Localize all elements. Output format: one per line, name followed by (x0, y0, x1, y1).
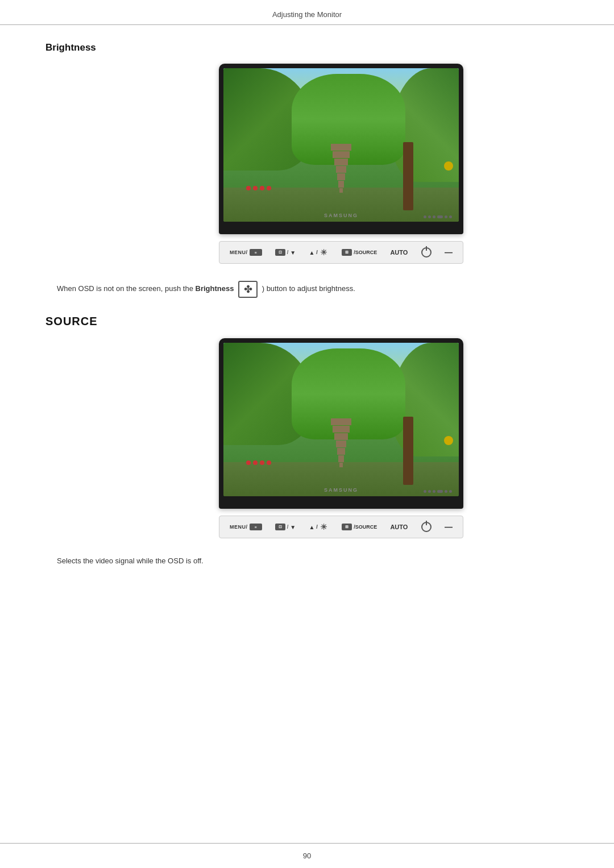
monitor-screen-brightness: SAMSUNG (223, 68, 459, 222)
source-icon: ⊞ (342, 249, 352, 256)
yellow-lantern-source (444, 436, 453, 445)
source-description-text: Selects the video signal while the OSD i… (57, 556, 204, 565)
tree-trunk (403, 142, 413, 210)
source-dash-button: — (445, 522, 453, 531)
brightness-description-block: When OSD is not on the screen, push the … (45, 281, 569, 298)
source-brightness-sun-icon: ☀ (320, 522, 329, 531)
auto-button: AUTO (390, 249, 408, 256)
dash-button: — (445, 248, 453, 257)
brightness-bold-word: Brightness (196, 284, 234, 293)
source-power-button (421, 522, 432, 532)
power-button (421, 247, 432, 258)
content-area: Brightness (0, 25, 614, 843)
desc-text-before: When OSD is not on the screen, push the (57, 284, 193, 293)
source-button: ⊞ /SOURCE (342, 249, 377, 256)
pagoda-source (330, 418, 352, 468)
monitor-frame-brightness: SAMSUNG (219, 64, 463, 234)
source-source-icon: ⊞ (342, 524, 352, 530)
red-flowers-source (246, 460, 271, 465)
garden-scene-brightness (223, 68, 459, 222)
brightness-icon-box: ✤ (238, 281, 258, 298)
brightness-sun-icon: ☀ (320, 248, 329, 257)
menu-button: MENU/ ≡ (230, 249, 262, 256)
source-description: Selects the video signal while the OSD i… (45, 555, 569, 567)
brightness-sun-button-icon: ✤ (244, 282, 252, 297)
monitor-screen-source: SAMSUNG (223, 343, 459, 496)
control-bar-source: MENU/ ≡ ⊡ / ▼ ▲ / ☀ ⊞ /SOU (219, 516, 463, 538)
monitor-buttons-strip (424, 215, 452, 218)
source-triangle-icon: ▼ (290, 524, 296, 530)
page-container: Adjusting the Monitor Brightness (0, 0, 614, 868)
up-arrow-icon: ▲ (309, 250, 314, 256)
yellow-lantern (444, 161, 453, 171)
source-brightness-nav-button: ▲ / ☀ (309, 522, 328, 531)
source-source-button: ⊞ /SOURCE (342, 524, 377, 530)
page-footer: 90 (0, 843, 614, 868)
nav-icon: ⊡ (275, 249, 285, 256)
page-number: 90 (303, 852, 311, 860)
nav-button: ⊡ / ▼ (275, 249, 296, 256)
triangle-icon: ▼ (290, 250, 296, 256)
header-title: Adjusting the Monitor (272, 10, 342, 19)
samsung-label-source: SAMSUNG (324, 487, 358, 493)
samsung-label-brightness: SAMSUNG (324, 213, 358, 218)
source-monitor-block: SAMSUNG MENU/ (114, 338, 569, 538)
brightness-section: Brightness (45, 42, 569, 264)
menu-label: MENU/ (230, 250, 248, 255)
source-menu-label: MENU/ (230, 524, 248, 530)
source-nav-button: ⊡ / ▼ (275, 524, 296, 530)
brightness-monitor-block: SAMSUNG MENU/ (114, 64, 569, 264)
brightness-description-text: When OSD is not on the screen, push the … (57, 281, 355, 298)
source-up-arrow-icon: ▲ (309, 524, 314, 530)
control-bar-brightness: MENU/ ≡ ⊡ / ▼ ▲ / ☀ ⊞ /SOU (219, 241, 463, 264)
brightness-heading: Brightness (45, 42, 569, 53)
header-title-bar: Adjusting the Monitor (0, 0, 614, 25)
brightness-nav-button: ▲ / ☀ (309, 248, 328, 257)
red-flowers (246, 186, 271, 190)
garden-scene-source (223, 343, 459, 496)
source-heading: SOURCE (45, 315, 569, 328)
source-nav-icon: ⊡ (275, 524, 285, 530)
source-section: SOURCE (45, 315, 569, 567)
monitor-frame-source: SAMSUNG (219, 338, 463, 509)
monitor-buttons-strip-source (424, 490, 452, 493)
menu-icon: ≡ (250, 249, 262, 256)
source-menu-button: MENU/ ≡ (230, 524, 262, 530)
tree-trunk-source (403, 417, 413, 485)
source-menu-icon: ≡ (250, 524, 262, 530)
desc-text-after: ) button to adjust brightness. (262, 284, 355, 293)
source-auto-button: AUTO (390, 524, 408, 530)
pagoda (330, 144, 352, 193)
